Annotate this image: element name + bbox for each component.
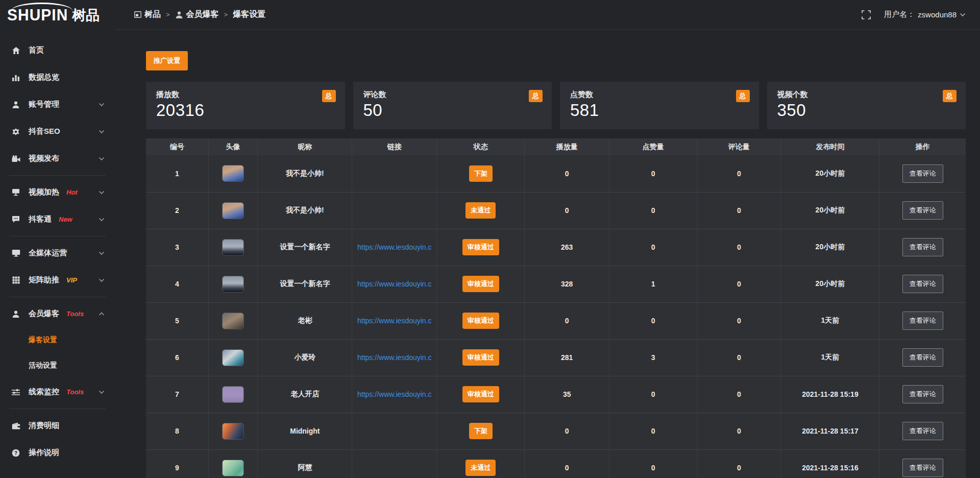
breadcrumb-item[interactable]: 会员爆客 — [175, 9, 219, 20]
breadcrumb-item[interactable]: 爆客设置 — [233, 9, 265, 20]
stat-card: 视频个数350总 — [767, 82, 966, 129]
table-row: 9阿慧未通过0002021-11-28 15:16查看评论 — [146, 449, 966, 478]
table-row: 2我不是小帅!未通过00020小时前查看评论 — [146, 192, 966, 229]
sidebar-divider — [9, 297, 106, 297]
breadcrumb-item[interactable]: 树品 — [134, 9, 161, 20]
app-logo[interactable]: SHUPIN 树品 — [7, 7, 100, 22]
stat-card: 点赞数581总 — [560, 82, 759, 129]
cell-comments: 0 — [697, 192, 781, 229]
fullscreen-icon[interactable] — [862, 10, 871, 19]
cell-likes: 0 — [609, 449, 697, 478]
view-comments-button[interactable]: 查看评论 — [902, 238, 943, 256]
cell-likes: 0 — [609, 302, 697, 339]
sidebar-item-首页[interactable]: 首页 — [0, 37, 115, 64]
cell-plays: 0 — [525, 413, 609, 449]
column-header-播放量: 播放量 — [525, 138, 609, 155]
column-header-评论量: 评论量 — [697, 138, 781, 155]
caret-down-icon — [960, 13, 966, 17]
chevron-down-icon — [99, 157, 105, 161]
sidebar-item-抖客通[interactable]: 抖客通New — [0, 206, 115, 233]
cell-action: 查看评论 — [879, 302, 966, 339]
sidebar-subitem-爆客设置[interactable]: 爆客设置 — [0, 327, 115, 353]
status-badge: 审核通过 — [462, 276, 499, 292]
cell-link[interactable]: https://www.iesdouyin.c — [352, 266, 437, 302]
column-header-操作: 操作 — [879, 138, 966, 155]
cell-link[interactable]: https://www.iesdouyin.c — [352, 229, 437, 266]
cell-plays: 0 — [525, 302, 609, 339]
sidebar-item-全媒体运营[interactable]: 全媒体运营 — [0, 240, 115, 267]
sidebar-item-数据总览[interactable]: 数据总览 — [0, 64, 115, 91]
view-comments-button[interactable]: 查看评论 — [902, 275, 943, 293]
sidebar-item-视频加热[interactable]: 视频加热Hot — [0, 179, 115, 206]
view-comments-button[interactable]: 查看评论 — [902, 422, 943, 440]
status-badge: 审核通过 — [462, 386, 499, 402]
cell-index: 1 — [146, 155, 208, 192]
breadcrumb: 树品>会员爆客>爆客设置 — [134, 9, 265, 20]
cell-link — [352, 449, 437, 478]
promo-settings-button[interactable]: 推广设置 — [146, 51, 188, 70]
status-badge: 审核通过 — [462, 239, 499, 255]
sidebar-item-线索监控[interactable]: 线索监控Tools — [0, 378, 115, 405]
cell-comments: 0 — [697, 266, 781, 302]
user-menu[interactable]: 用户名： zswodun88 — [884, 10, 966, 19]
cell-comments: 0 — [697, 376, 781, 413]
cell-link[interactable]: https://www.iesdouyin.c — [352, 376, 437, 413]
cell-status: 未通过 — [437, 192, 525, 229]
view-comments-button[interactable]: 查看评论 — [902, 312, 943, 330]
svg-text:?: ? — [14, 449, 17, 456]
chevron-down-icon — [99, 103, 105, 107]
cell-index: 5 — [146, 302, 208, 339]
sidebar-item-视频发布[interactable]: 视频发布 — [0, 145, 115, 172]
cell-comments: 0 — [697, 155, 781, 192]
column-header-点赞量: 点赞量 — [609, 138, 697, 155]
cell-link — [352, 192, 437, 229]
sidebar-item-消费明细[interactable]: 消费明细 — [0, 412, 115, 439]
cell-action: 查看评论 — [879, 192, 966, 229]
sidebar: 首页数据总览账号管理抖音SEO视频发布视频加热Hot抖客通New全媒体运营矩阵助… — [0, 30, 115, 478]
monitor-icon — [11, 249, 20, 257]
stat-total-badge: 总 — [322, 90, 336, 102]
avatar — [222, 460, 244, 476]
heat-icon — [11, 188, 20, 196]
cell-publish-time: 2021-11-28 15:17 — [781, 413, 879, 449]
view-comments-button[interactable]: 查看评论 — [902, 385, 943, 403]
sliders-icon — [11, 389, 20, 396]
sidebar-item-label: 会员爆客 — [29, 309, 59, 319]
status-badge: 未通过 — [465, 460, 496, 476]
cell-status: 审核通过 — [437, 339, 525, 376]
view-comments-button[interactable]: 查看评论 — [902, 459, 943, 477]
status-badge: 审核通过 — [462, 313, 499, 329]
view-comments-button[interactable]: 查看评论 — [902, 201, 943, 220]
column-header-昵称: 昵称 — [258, 138, 352, 155]
view-comments-button[interactable]: 查看评论 — [902, 348, 943, 367]
cell-link[interactable]: https://www.iesdouyin.c — [352, 339, 437, 376]
sidebar-item-会员爆客[interactable]: 会员爆客Tools — [0, 300, 115, 327]
logo-text-cn: 树品 — [72, 9, 100, 22]
sidebar-item-label: 消费明细 — [29, 421, 59, 431]
cell-link[interactable]: https://www.iesdouyin.c — [352, 302, 437, 339]
cell-avatar — [208, 155, 258, 192]
sidebar-item-label: 抖音SEO — [29, 127, 60, 136]
top-bar-main: 树品>会员爆客>爆客设置 用户名： zswodun88 — [115, 0, 980, 30]
chevron-down-icon — [99, 130, 105, 134]
stat-card: 播放数20316总 — [146, 82, 345, 129]
username-value: zswodun88 — [918, 10, 957, 19]
view-comments-button[interactable]: 查看评论 — [902, 164, 943, 183]
cell-avatar — [208, 266, 258, 302]
sidebar-item-操作说明[interactable]: ?操作说明 — [0, 439, 115, 466]
chart-icon — [11, 74, 20, 82]
sidebar-item-label: 操作说明 — [29, 448, 59, 458]
cell-avatar — [208, 449, 258, 478]
cell-comments: 0 — [697, 229, 781, 266]
stat-total-badge: 总 — [529, 90, 543, 102]
cell-plays: 328 — [525, 266, 609, 302]
sidebar-subitem-活动设置[interactable]: 活动设置 — [0, 353, 115, 378]
sidebar-item-label: 数据总览 — [29, 73, 59, 82]
sidebar-item-账号管理[interactable]: 账号管理 — [0, 91, 115, 118]
sidebar-item-抖音SEO[interactable]: 抖音SEO — [0, 118, 115, 145]
sidebar-item-tag: Hot — [66, 188, 78, 196]
sidebar-item-矩阵助推[interactable]: 矩阵助推VIP — [0, 267, 115, 294]
stat-value: 50 — [363, 101, 542, 120]
cell-action: 查看评论 — [879, 266, 966, 302]
cell-comments: 0 — [697, 449, 781, 478]
